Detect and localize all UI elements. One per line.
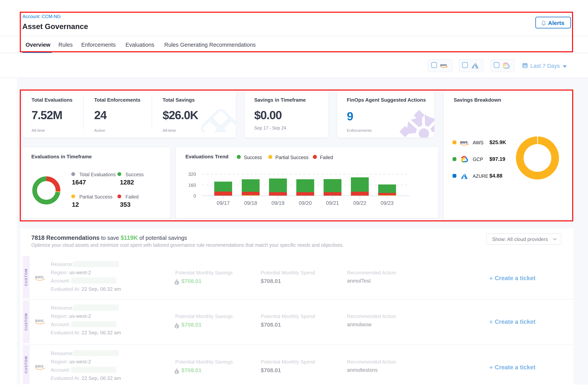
- svg-text:aws: aws: [440, 63, 447, 67]
- svg-text:aws: aws: [460, 140, 468, 144]
- svg-text:$: $: [176, 371, 177, 374]
- svg-text:aws: aws: [35, 274, 44, 280]
- svg-text:$: $: [176, 325, 177, 328]
- svg-text:aws: aws: [35, 363, 44, 368]
- svg-text:aws: aws: [35, 318, 44, 323]
- svg-text:$: $: [176, 282, 177, 284]
